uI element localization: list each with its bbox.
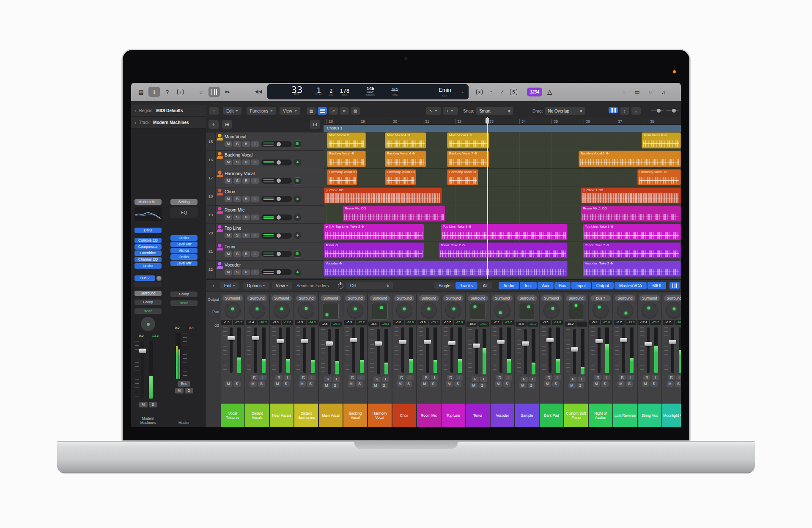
channel-name-label[interactable]: Vocoder (491, 404, 514, 427)
solo-button[interactable]: S (381, 383, 388, 388)
rewind-button[interactable] (253, 87, 264, 97)
fader-track[interactable] (303, 327, 306, 373)
fader-db-value[interactable]: -10.2 (442, 320, 453, 325)
track-state-button[interactable]: M (225, 214, 232, 220)
fader-db-value[interactable]: -3.2 (614, 320, 625, 325)
track-state-button[interactable]: S (233, 141, 241, 147)
track-state-button[interactable]: M (225, 178, 232, 184)
input-monitor-button[interactable]: I (333, 377, 340, 382)
peak-db-value[interactable]: -31.0 (527, 322, 538, 327)
track-state-button[interactable]: M (225, 196, 232, 202)
track-name[interactable]: Harmony Vocal (225, 171, 324, 176)
fader-db-value[interactable]: -10.8 (466, 322, 477, 327)
track-header[interactable]: 20 Top Line (206, 224, 324, 242)
horizontal-zoom-icon[interactable]: ↔ (631, 107, 641, 115)
quick-help-icon[interactable]: ? (162, 87, 173, 97)
track-lane[interactable]: Vocoder ⊖ Vocod (324, 260, 681, 278)
mixer-filter-button[interactable]: Input (571, 282, 591, 289)
sends-mode-dropdown[interactable]: Off (346, 282, 393, 289)
mixer-channel-strip[interactable]: Surround -1.0 -26.2 (221, 294, 245, 427)
pan-control[interactable] (421, 303, 436, 318)
fader-track[interactable] (254, 327, 257, 373)
mixer-filter-button[interactable]: Bus (554, 282, 571, 289)
track-header[interactable]: 15 Main Vocal (206, 132, 324, 151)
pan-control[interactable] (225, 303, 240, 318)
mute-button[interactable]: M (397, 381, 404, 387)
track-volume-meter[interactable] (261, 196, 292, 202)
tuner-icon[interactable]: ◔ (486, 87, 496, 97)
input-monitor-button[interactable]: I (382, 377, 389, 382)
track-volume-meter[interactable] (261, 160, 292, 165)
mixer-channel-strip[interactable]: Surround -10.2 -15.0 (442, 294, 466, 427)
pan-control[interactable] (299, 303, 314, 318)
audio-region[interactable]: Main Vocal ⊖ (327, 132, 366, 148)
record-enable-button[interactable]: R (447, 375, 454, 380)
fader-track[interactable] (328, 329, 331, 374)
fader-track[interactable] (622, 327, 625, 373)
fader-db-value[interactable]: -7.2 (491, 320, 502, 325)
mute-button[interactable]: M (495, 381, 502, 387)
mute-button[interactable]: M (348, 381, 355, 387)
track-state-button[interactable]: S (233, 233, 241, 238)
fader-cap[interactable] (620, 338, 627, 342)
audio-region[interactable]: Backing Vocal ⊖ (327, 151, 366, 167)
pan-knob[interactable] (141, 317, 155, 331)
peak-db-value[interactable] (576, 322, 587, 327)
track-state-button[interactable]: I (251, 196, 259, 202)
solo-button[interactable]: S (307, 381, 314, 387)
mute-button[interactable]: M (617, 381, 625, 387)
fader-track[interactable] (499, 327, 502, 373)
fader-track[interactable] (647, 327, 650, 373)
track-lane[interactable]: ▶ 3 ⋀ Top Line: Take 3 ⊖ (324, 223, 681, 242)
peak-db-value[interactable]: -17.6 (282, 320, 293, 325)
fader-track[interactable] (524, 329, 527, 374)
fader-db-value[interactable]: -12.4 (638, 320, 649, 325)
fader-db-value[interactable]: -6.4 (516, 322, 527, 327)
track-state-button[interactable]: R (242, 178, 250, 184)
track-state-button[interactable]: I (251, 233, 259, 238)
mute-button[interactable]: M (470, 383, 477, 388)
peak-db-value[interactable]: -28.4 (380, 322, 391, 327)
output-button[interactable]: Surround (321, 295, 341, 301)
fader-cap[interactable] (399, 340, 406, 344)
region-loop-icon[interactable]: ⊖ (478, 170, 478, 174)
fader-db-value[interactable]: -5.8 (589, 320, 600, 325)
track-state-button[interactable]: S (233, 214, 241, 220)
region-take-badge[interactable]: ◇ (583, 188, 585, 192)
track-volume-meter[interactable] (261, 214, 292, 220)
output-button[interactable]: Surround (517, 295, 537, 301)
input-monitor-button[interactable]: I (357, 375, 365, 380)
record-enable-button[interactable]: R (349, 375, 356, 380)
peak-db-value[interactable]: -20.6 (601, 320, 612, 325)
fader-track[interactable] (426, 327, 429, 373)
record-enable-button[interactable]: R (643, 375, 650, 380)
mixer-options-menu[interactable]: Options (243, 282, 269, 289)
channel-name-label[interactable]: Lost Reverse (613, 404, 637, 427)
fader-cap[interactable] (277, 339, 284, 343)
fader-track[interactable] (549, 327, 551, 373)
solo-button[interactable]: S (430, 381, 437, 387)
send-knob[interactable] (156, 276, 162, 281)
output-button[interactable]: Surround (492, 295, 513, 301)
solo-button[interactable]: S (233, 381, 241, 387)
plugin-slot[interactable]: Overdrive (134, 250, 162, 256)
input-monitor-button[interactable]: I (676, 375, 681, 380)
automation-icon[interactable]: ↗ (329, 107, 338, 115)
mute-button[interactable]: M (544, 381, 551, 387)
mute-button[interactable]: M (421, 381, 428, 387)
region-loop-icon[interactable]: ⊖ (664, 133, 667, 137)
track-lane[interactable]: Backing Vocal ⊖ (324, 150, 681, 168)
audio-region[interactable]: ◇ Choir.1 ΩΩ (581, 187, 681, 204)
audio-region[interactable]: Tenor: Take 2 ⊖ (583, 242, 681, 258)
track-state-button[interactable]: R (242, 214, 250, 220)
fader-cap[interactable] (424, 340, 431, 344)
marker-chorus[interactable]: Chorus 1 (324, 125, 681, 132)
record-enable-button[interactable]: R (545, 375, 552, 380)
mixer-channel-strip[interactable]: Surround -8.4 -28.4 (368, 294, 392, 427)
fader-track[interactable] (401, 327, 404, 373)
track-state-button[interactable]: S (233, 270, 241, 275)
mute-button[interactable]: M (568, 383, 576, 388)
mute-button[interactable]: M (446, 381, 453, 387)
solo-button[interactable]: S (479, 383, 486, 388)
bounce-button[interactable]: Bnc (178, 381, 190, 387)
